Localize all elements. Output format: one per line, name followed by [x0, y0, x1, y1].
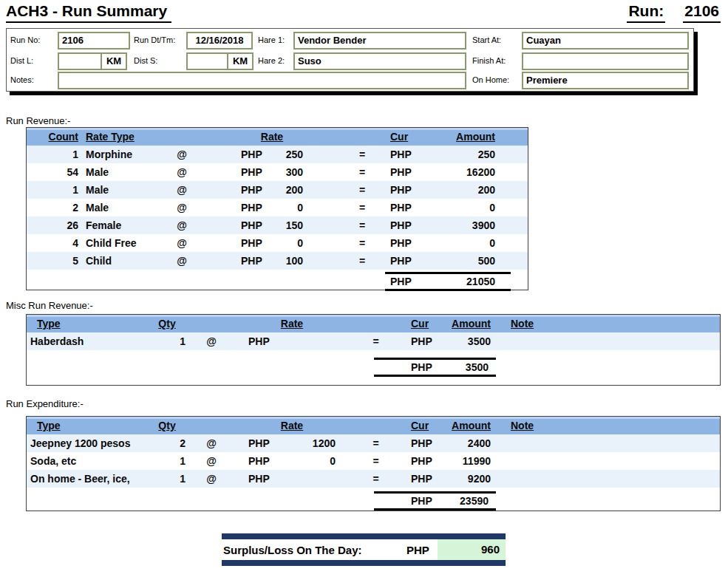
- cell-equals: =: [355, 216, 370, 234]
- cell-cur: PHP: [411, 452, 446, 470]
- cell-rate-cur: PHP: [241, 234, 276, 252]
- cell-rate-cur: PHP: [241, 163, 276, 181]
- misc-revenue-table: Type Qty Rate Cur Amount Note Haberdash …: [26, 314, 721, 386]
- hare2-input[interactable]: Suso: [293, 52, 466, 70]
- cell-rate: 0: [276, 199, 303, 216]
- cell-rate-type: Female: [86, 216, 171, 234]
- misc-revenue-section-label: Misc Run Revenue:-: [6, 300, 93, 311]
- header-rate-type: Rate Type: [86, 128, 171, 146]
- cell-note: [511, 470, 720, 488]
- total-amount: 21050: [466, 276, 495, 287]
- header-amount: Amount: [446, 315, 491, 332]
- dist-s-input[interactable]: [186, 52, 228, 70]
- cell-type: Jeepney 1200 pesos: [27, 434, 149, 452]
- expenditure-total-box: PHP 23590: [374, 491, 496, 511]
- start-at-label: Start At:: [472, 35, 501, 44]
- cell-equals: =: [355, 181, 370, 199]
- cell-at: @: [171, 252, 193, 270]
- page-title: ACH3 - Run Summary: [6, 2, 171, 23]
- cell-rate-cur: PHP: [241, 146, 276, 163]
- on-home-input[interactable]: Premiere: [522, 72, 689, 89]
- cell-count: 26: [27, 216, 78, 234]
- misc-revenue-header-row: Type Qty Rate Cur Amount Note: [27, 315, 720, 332]
- total-cur: PHP: [411, 495, 432, 507]
- cell-rate-type: Male: [86, 163, 171, 181]
- header-type: Type: [27, 417, 149, 434]
- run-label: Run:: [627, 2, 665, 23]
- run-header: Run: 2106: [627, 2, 721, 23]
- cell-note: [511, 434, 720, 452]
- dist-s-label: Dist S:: [134, 56, 157, 65]
- surplus-amount: 960: [438, 539, 506, 560]
- cell-rate-type: Child: [86, 252, 171, 270]
- cell-at: @: [200, 434, 222, 452]
- header-cur: Cur: [390, 128, 426, 146]
- hare2-label: Hare 2:: [258, 56, 285, 65]
- cell-rate-cur: PHP: [241, 199, 276, 216]
- misc-revenue-total-box: PHP 3500: [374, 358, 496, 377]
- table-row: 1 Male @ PHP 200 = PHP 200: [27, 181, 528, 199]
- cell-equals: =: [355, 199, 370, 216]
- cell-at: @: [171, 199, 193, 216]
- cell-cur: PHP: [411, 434, 446, 452]
- header-at-spacer: [171, 128, 193, 146]
- cell-cur: PHP: [411, 470, 446, 488]
- cell-equals: =: [367, 434, 385, 452]
- finish-at-input[interactable]: [522, 52, 689, 70]
- header-qty: Qty: [149, 417, 186, 434]
- notes-input[interactable]: [58, 72, 466, 89]
- cell-rate-cur: PHP: [241, 252, 276, 270]
- expenditure-total-row: PHP 23590: [27, 491, 720, 511]
- cell-type: Haberdash: [27, 332, 149, 350]
- cell-equals: =: [355, 252, 370, 270]
- cell-at: @: [200, 470, 222, 488]
- header-type: Type: [27, 315, 149, 332]
- cell-amount: 0: [426, 199, 495, 216]
- hare1-input[interactable]: Vendor Bender: [293, 32, 466, 49]
- cell-qty: 1: [149, 452, 186, 470]
- cell-rate-type: Child Free: [86, 234, 171, 252]
- cell-at: @: [171, 216, 193, 234]
- surplus-section: Surplus/Loss On The Day: PHP 960: [222, 533, 506, 566]
- run-no-input[interactable]: 2106: [58, 32, 130, 49]
- cell-note: [511, 452, 720, 470]
- cell-at: @: [171, 181, 193, 199]
- cell-count: 4: [27, 234, 78, 252]
- start-at-input[interactable]: Cuayan: [522, 32, 689, 49]
- run-no-label: Run No:: [10, 35, 40, 44]
- cell-rate-cur: PHP: [248, 452, 284, 470]
- cell-cur: PHP: [390, 163, 426, 181]
- cell-cur: PHP: [390, 216, 426, 234]
- cell-rate: 200: [276, 181, 303, 199]
- cell-equals: =: [367, 452, 385, 470]
- surplus-cur: PHP: [406, 544, 438, 556]
- run-dttm-input[interactable]: 12/16/2018: [186, 32, 253, 49]
- cell-rate-cur: PHP: [248, 470, 284, 488]
- dist-l-input[interactable]: [58, 52, 102, 70]
- cell-amount: 0: [426, 234, 495, 252]
- table-row: 5 Child @ PHP 100 = PHP 500: [27, 252, 528, 270]
- cell-amount: 11990: [446, 452, 491, 470]
- table-row: Haberdash 1 @ PHP = PHP 3500: [27, 332, 720, 350]
- total-amount: 3500: [466, 361, 489, 373]
- cell-amount: 3900: [426, 216, 495, 234]
- dist-s-unit: KM: [227, 52, 254, 70]
- header-count: Count: [27, 128, 78, 146]
- cell-equals: =: [367, 470, 385, 488]
- cell-amount: 3500: [446, 332, 491, 350]
- header-note: Note: [511, 315, 720, 332]
- table-row: 1 Morphine @ PHP 250 = PHP 250: [27, 146, 528, 163]
- cell-amount: 250: [426, 146, 495, 163]
- run-revenue-total-box: PHP 21050: [385, 272, 511, 291]
- surplus-top-bar: [222, 533, 506, 539]
- surplus-row: Surplus/Loss On The Day: PHP 960: [222, 539, 506, 560]
- cell-cur: PHP: [390, 181, 426, 199]
- cell-rate: 150: [276, 216, 303, 234]
- header-amount: Amount: [446, 417, 491, 434]
- run-number: 2106: [683, 2, 721, 23]
- surplus-label: Surplus/Loss On The Day:: [222, 544, 406, 556]
- table-row: Jeepney 1200 pesos 2 @ PHP 1200 = PHP 24…: [27, 434, 720, 452]
- on-home-label: On Home:: [472, 75, 509, 84]
- cell-amount: 500: [426, 252, 495, 270]
- cell-type: On home - Beer, ice,: [27, 470, 149, 488]
